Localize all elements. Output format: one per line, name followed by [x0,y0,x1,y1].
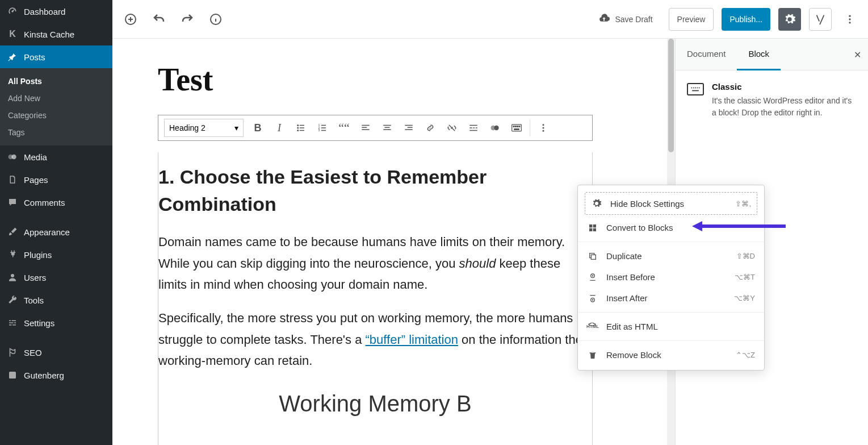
classic-block-content[interactable]: 1. Choose the Easiest to Remember Combin… [158,152,593,445]
settings-button[interactable] [778,8,801,31]
close-inspector-button[interactable]: ✕ [854,49,861,60]
quote-button[interactable]: ““ [333,118,355,138]
svg-rect-47 [693,88,694,89]
svg-point-43 [543,124,544,126]
wrench-icon [7,294,18,306]
bold-button[interactable]: B [247,118,269,138]
sidebar-item-pages[interactable]: Pages [0,168,112,191]
align-center-button[interactable] [376,118,398,138]
gutenberg-icon [7,369,18,381]
menu-duplicate[interactable]: Duplicate ⇧⌘D [578,246,764,267]
align-left-button[interactable] [355,118,376,138]
sliders-icon [7,317,18,328]
menu-edit-as-html[interactable]: <>HTML Edit as HTML [578,316,764,337]
sidebar-item-settings[interactable]: Settings [0,311,112,334]
sidebar-item-kinsta[interactable]: K Kinsta Cache [0,23,112,45]
format-select[interactable]: Heading 2 ▾ [164,119,244,137]
svg-rect-20 [321,130,326,131]
italic-button[interactable]: I [269,118,290,138]
redo-button[interactable] [177,9,198,30]
menu-hide-block-settings[interactable]: Hide Block Settings ⇧⌘, [585,192,757,215]
save-draft-label: Save Draft [615,15,652,24]
tab-block[interactable]: Block [737,39,781,70]
info-button[interactable] [206,9,226,30]
classic-block-icon [687,83,704,95]
block-options-dropdown: Hide Block Settings ⇧⌘, Convert to Block… [577,185,765,371]
svg-rect-37 [512,124,522,131]
more-menu-button[interactable] [840,9,860,30]
svg-point-44 [543,127,544,129]
sidebar-label: Users [24,273,46,282]
svg-text:3: 3 [318,128,320,132]
menu-convert-to-blocks[interactable]: Convert to Blocks [578,217,764,238]
undo-button[interactable] [149,9,169,30]
svg-rect-22 [362,127,367,128]
insert-more-button[interactable] [463,118,484,138]
sidebar-item-gutenberg[interactable]: Gutenberg [0,364,112,386]
sidebar-item-users[interactable]: Users [0,266,112,289]
sidebar-item-plugins[interactable]: Plugins [0,243,112,266]
seo-icon [7,347,18,358]
preview-button[interactable]: Preview [669,8,714,31]
svg-rect-32 [473,127,475,128]
tab-document[interactable]: Document [676,39,737,70]
sidebar-submenu: All Posts Add New Categories Tags [0,68,112,145]
inspector-tabs: Document Block ✕ [676,39,868,70]
align-right-button[interactable] [398,118,420,138]
block-description: It's the classic WordPress editor and it… [712,95,857,119]
svg-point-2 [11,274,14,277]
blocks-icon [587,223,598,232]
menu-insert-after[interactable]: Insert After ⌥⌘Y [578,288,764,309]
link-button[interactable] [420,118,441,138]
svg-point-8 [849,22,850,23]
svg-rect-23 [362,129,370,130]
svg-rect-21 [362,125,370,126]
sidebar-item-comments[interactable]: Comments [0,191,112,214]
content-heading: 1. Choose the Easiest to Remember Combin… [158,164,592,218]
k-icon: K [7,28,18,40]
bullet-list-button[interactable] [290,118,312,138]
user-icon [7,272,18,283]
block-more-button[interactable] [532,118,554,138]
svg-rect-12 [300,125,304,126]
number-list-button[interactable]: 123 [312,118,333,138]
html-icon: <>HTML [587,324,598,329]
insert-after-icon [587,294,598,303]
add-block-button[interactable] [120,9,141,30]
svg-rect-27 [405,125,413,126]
admin-sidebar: Dashboard K Kinsta Cache Posts All Posts… [0,0,112,445]
sidebar-item-media[interactable]: Media [0,145,112,168]
scroll-thumb[interactable] [668,39,674,152]
sidebar-item-seo[interactable]: SEO [0,341,112,364]
yoast-button[interactable] [809,8,832,31]
svg-point-7 [849,18,850,20]
post-title[interactable]: Test [158,61,622,98]
svg-rect-41 [519,126,520,127]
svg-rect-54 [589,228,592,231]
sidebar-item-appearance[interactable]: Appearance [0,221,112,243]
sidebar-label: Gutenberg [24,371,64,380]
sidebar-sub-all-posts[interactable]: All Posts [0,73,112,90]
sidebar-label: Media [24,152,47,162]
save-draft-button[interactable]: Save Draft [590,8,660,31]
gear-icon [591,198,602,209]
classic-block-toolbar: Heading 2 ▾ B I 123 ““ [158,115,593,141]
sidebar-sub-categories[interactable]: Categories [0,107,112,124]
sidebar-item-tools[interactable]: Tools [0,289,112,311]
sidebar-item-posts[interactable]: Posts [0,45,112,68]
menu-insert-before[interactable]: Insert Before ⌥⌘T [578,267,764,288]
sidebar-sub-add-new[interactable]: Add New [0,90,112,107]
add-media-button[interactable] [484,118,506,138]
sidebar-item-dashboard[interactable]: Dashboard [0,0,112,23]
svg-rect-51 [692,90,699,92]
sidebar-sub-tags[interactable]: Tags [0,124,112,141]
brush-icon [7,226,18,238]
unlink-button[interactable] [441,118,463,138]
keyboard-button[interactable] [506,118,527,138]
svg-rect-29 [405,129,413,130]
svg-rect-18 [321,125,326,126]
buffer-link[interactable]: “buffer” limitation [366,332,458,347]
menu-remove-block[interactable]: Remove Block ⌃⌥Z [578,344,764,365]
publish-button[interactable]: Publish... [722,8,770,31]
svg-rect-19 [321,127,326,128]
